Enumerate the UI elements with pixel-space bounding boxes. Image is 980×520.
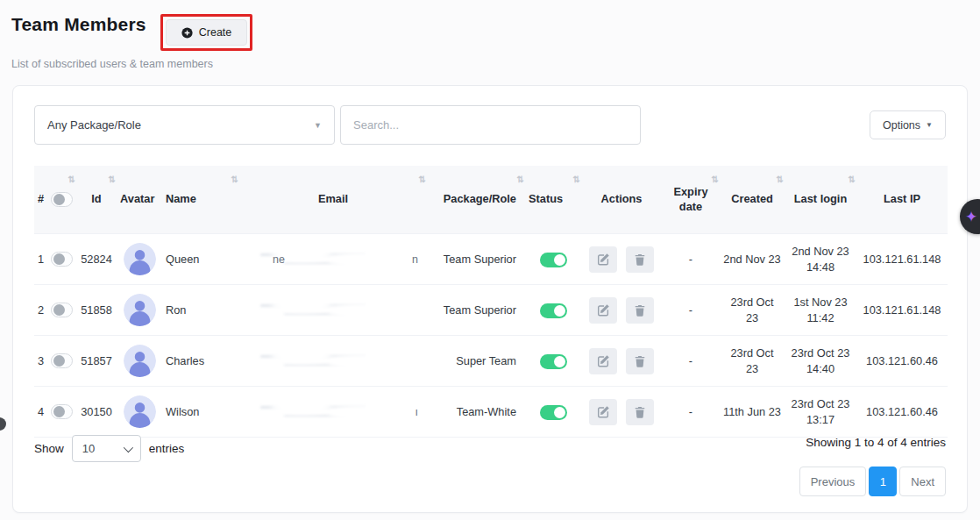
column-label: Status [529, 192, 563, 205]
edge-handle[interactable] [0, 417, 6, 431]
actions-cell [581, 336, 662, 387]
edit-button[interactable] [589, 246, 617, 273]
package-role: Team-White [427, 387, 525, 438]
table-row: 3 51857 Charles [34, 336, 948, 387]
delete-button[interactable] [626, 297, 654, 324]
delete-button[interactable] [626, 399, 654, 425]
search-input[interactable] [340, 105, 641, 145]
column-label: Actions [601, 192, 643, 205]
column-header-email[interactable]: Email⇅ [239, 166, 427, 234]
sort-icon[interactable]: ⇅ [68, 174, 75, 185]
row-select-toggle[interactable] [51, 353, 73, 368]
column-header-last-ip: Last IP [856, 166, 948, 234]
sort-icon[interactable]: ⇅ [231, 174, 238, 185]
trash-icon [634, 253, 646, 266]
row-index-cell: 4 [34, 387, 76, 438]
filter-bar: Any Package/Role ▼ Options ▼ [34, 105, 946, 145]
column-header-index[interactable]: # ⇅ [34, 166, 76, 234]
page-size-select[interactable]: 10 [72, 435, 141, 462]
sort-icon[interactable]: ⇅ [573, 174, 580, 185]
row-select-toggle[interactable] [51, 303, 73, 317]
row-index: 4 [38, 404, 44, 419]
avatar-cell [117, 234, 162, 285]
edit-button[interactable] [589, 297, 617, 324]
status-toggle[interactable] [540, 354, 567, 369]
edit-button[interactable] [589, 348, 617, 374]
column-header-expiry-date[interactable]: Expiry date⇅ [662, 166, 720, 234]
column-label: # [38, 192, 44, 207]
last-login: 1st Nov 23 11:42 [785, 285, 856, 336]
table-row: 1 52824 Queen ne n [34, 234, 948, 285]
email-fragment: ı [415, 405, 418, 420]
plus-circle-icon [181, 27, 193, 39]
expiry-date: - [662, 285, 720, 336]
trash-icon [634, 355, 646, 367]
column-label: Email [318, 192, 348, 205]
row-select-toggle[interactable] [51, 404, 73, 419]
avatar-cell [117, 285, 162, 336]
sort-icon[interactable]: ⇅ [109, 174, 116, 185]
delete-button[interactable] [626, 246, 654, 273]
status-toggle[interactable] [540, 303, 567, 318]
edit-icon [597, 303, 610, 317]
sort-icon[interactable]: ⇅ [712, 174, 719, 185]
row-index: 2 [38, 303, 44, 317]
redacted-email [245, 346, 422, 376]
sort-icon[interactable]: ⇅ [777, 174, 784, 185]
previous-page-button[interactable]: Previous [799, 467, 867, 496]
last-ip: 103.121.61.148 [856, 234, 948, 285]
edit-button[interactable] [589, 399, 617, 425]
column-header-actions: Actions [581, 166, 662, 234]
column-header-name[interactable]: Name⇅ [162, 166, 239, 234]
status-cell [525, 387, 581, 438]
column-header-id[interactable]: Id⇅ [76, 166, 117, 234]
status-cell [525, 234, 581, 285]
email-cell: ne n [239, 234, 427, 285]
row-select-toggle[interactable] [51, 252, 73, 267]
page-header: Team Members Create [11, 14, 252, 51]
row-index-cell: 3 [34, 336, 76, 387]
create-button[interactable]: Create [166, 19, 248, 46]
created-date: 2nd Nov 23 [720, 234, 785, 285]
column-header-status[interactable]: Status⇅ [525, 166, 581, 234]
sort-icon[interactable]: ⇅ [517, 174, 524, 185]
options-button[interactable]: Options ▼ [870, 110, 946, 139]
avatar [124, 395, 156, 428]
create-button-label: Create [199, 26, 232, 39]
entries-label: entries [149, 442, 185, 455]
page-title: Team Members [11, 14, 146, 35]
edit-icon [597, 354, 610, 367]
package-role: Team Superior [427, 234, 525, 285]
delete-button[interactable] [626, 348, 654, 374]
page-1-button[interactable]: 1 [869, 467, 897, 496]
created-date: 11th Jun 23 [720, 387, 785, 438]
package-role: Team Superior [427, 285, 525, 336]
last-login: 23rd Oct 23 14:40 [785, 336, 856, 387]
user-name: Ron [162, 285, 239, 336]
column-header-package-role[interactable]: Package/Role⇅ [427, 166, 525, 234]
team-members-table: # ⇅ Id⇅ Avatar Name⇅ Email⇅ Package/Role… [34, 166, 948, 438]
caret-down-icon: ▼ [926, 121, 933, 129]
chevron-down-icon [124, 442, 133, 452]
column-header-created[interactable]: Created⇅ [720, 166, 785, 234]
options-button-label: Options [883, 119, 920, 132]
column-label: Created [731, 192, 773, 205]
column-label: Last IP [884, 192, 920, 205]
column-label: Avatar [120, 192, 154, 205]
email-cell [239, 285, 427, 336]
team-members-card: Any Package/Role ▼ Options ▼ # ⇅ [12, 85, 968, 513]
column-header-last-login[interactable]: Last login⇅ [785, 166, 856, 234]
status-toggle[interactable] [540, 405, 567, 420]
status-toggle[interactable] [540, 253, 567, 267]
package-role-select[interactable]: Any Package/Role ▼ [34, 105, 335, 145]
user-id: 52824 [76, 234, 117, 285]
show-label: Show [34, 442, 64, 455]
red-annotation-box: Create [160, 14, 253, 51]
email-cell: ı [239, 387, 427, 438]
sort-icon[interactable]: ⇅ [419, 174, 426, 185]
sparkle-icon: ✦ [965, 208, 977, 226]
sort-icon[interactable]: ⇅ [849, 174, 856, 185]
next-page-button[interactable]: Next [899, 467, 946, 496]
select-all-toggle[interactable] [51, 192, 73, 207]
expiry-date: - [662, 336, 720, 387]
